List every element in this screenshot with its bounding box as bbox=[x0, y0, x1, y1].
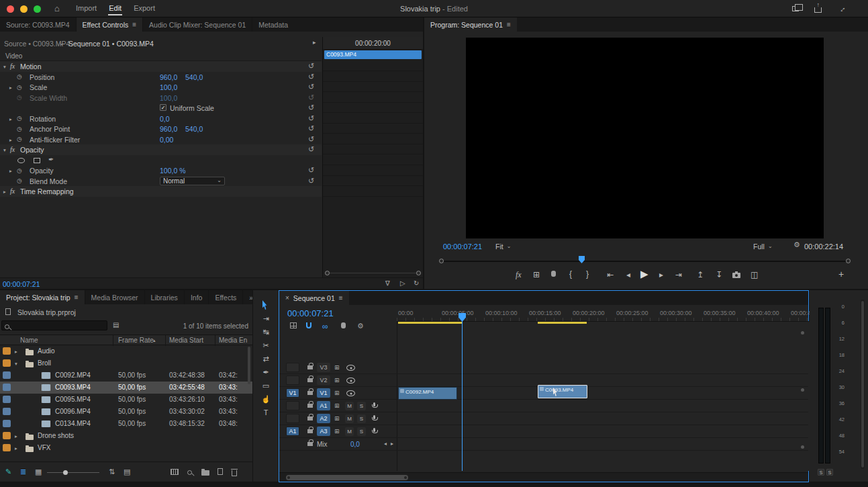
delete-button[interactable] bbox=[232, 468, 237, 478]
track-lane-master[interactable] bbox=[397, 438, 808, 451]
column-media-end[interactable]: Media En bbox=[219, 337, 247, 344]
track-lock-icon[interactable] bbox=[307, 439, 313, 447]
panel-menu-icon[interactable]: ≡ bbox=[75, 294, 79, 301]
rectangle-tool-button[interactable]: ▭ bbox=[253, 379, 279, 392]
filter-properties-icon[interactable]: ∇ bbox=[385, 280, 390, 287]
effect-row-motion[interactable]: ▾ fx Motion ↺ bbox=[0, 61, 322, 72]
proxy-toggle-button[interactable]: ⊞ bbox=[533, 271, 540, 279]
mini-zoom-handle-left[interactable] bbox=[325, 271, 330, 275]
tab-project[interactable]: Project: Slovakia trip≡ bbox=[0, 290, 85, 304]
playhead-line[interactable] bbox=[462, 320, 463, 471]
keyframe-prev-icon[interactable]: ◂ bbox=[384, 441, 387, 447]
list-view-button[interactable]: ≣ bbox=[20, 468, 26, 476]
label-color-chip[interactable] bbox=[3, 420, 11, 427]
twirl-closed-icon[interactable]: ▸ bbox=[3, 189, 6, 195]
reset-parameter-icon[interactable]: ↺ bbox=[308, 166, 314, 175]
track-lane-v1[interactable] bbox=[397, 387, 808, 400]
sync-lock-icon[interactable]: ⊞ bbox=[334, 416, 340, 422]
blend-mode-select[interactable]: Normal ⌄ bbox=[160, 177, 225, 185]
ripple-edit-tool-button[interactable]: ↹ bbox=[253, 325, 279, 339]
ellipse-mask-icon[interactable] bbox=[17, 157, 25, 165]
reset-parameter-icon[interactable]: ↺ bbox=[308, 73, 314, 81]
mini-zoom-handle-right[interactable] bbox=[416, 271, 421, 275]
panel-menu-icon[interactable]: ≡ bbox=[507, 21, 511, 28]
toggle-animation-icon[interactable]: ◷ bbox=[17, 73, 22, 80]
toggle-animation-icon[interactable]: ◷ bbox=[17, 115, 22, 122]
timeline-clip-c0093-dragging[interactable]: C0093.MP4 bbox=[538, 385, 587, 398]
track-lane-v3[interactable] bbox=[397, 361, 808, 374]
slip-tool-button[interactable]: ⇄ bbox=[253, 352, 279, 365]
clip-row-c0134[interactable]: C0134.MP4 50,00 fps 03:48:15:32 03:48: bbox=[0, 418, 252, 430]
panel-menu-icon[interactable]: ≡ bbox=[132, 21, 136, 28]
voice-over-record-icon[interactable] bbox=[372, 415, 377, 423]
clip-row-c0093-selected[interactable]: C0093.MP4 50,00 fps 03:42:55:48 03:43: bbox=[0, 382, 252, 394]
tab-libraries[interactable]: Libraries bbox=[144, 290, 184, 304]
column-media-start[interactable]: Media Start bbox=[169, 337, 203, 344]
twirl-closed-icon[interactable]: ▸ bbox=[15, 433, 17, 439]
tab-audio-clip-mixer[interactable]: Audio Clip Mixer: Sequence 01 bbox=[142, 17, 252, 32]
scrollbar-zoom-handle[interactable] bbox=[286, 475, 408, 480]
chevron-down-icon[interactable]: ⌄ bbox=[59, 40, 64, 46]
mute-button[interactable]: M bbox=[345, 427, 354, 436]
sync-lock-icon[interactable]: ⊞ bbox=[334, 390, 340, 396]
label-color-chip[interactable] bbox=[3, 347, 11, 355]
track-name-a2[interactable]: A2 bbox=[317, 414, 330, 423]
track-lock-icon[interactable] bbox=[307, 388, 313, 396]
mute-button[interactable]: M bbox=[345, 414, 354, 423]
source-patch-a1[interactable]: A1 bbox=[286, 427, 299, 436]
toggle-animation-icon[interactable]: ◷ bbox=[17, 84, 22, 91]
track-lock-icon[interactable] bbox=[307, 363, 313, 371]
bin-row-vfx[interactable]: ▸ VFX bbox=[0, 442, 252, 454]
freeform-view-button[interactable]: ▤ bbox=[124, 468, 130, 476]
toggle-animation-icon[interactable]: ◷ bbox=[17, 167, 22, 174]
mini-timeline-ruler[interactable]: 00:00:20:00 bbox=[323, 37, 423, 50]
close-tab-icon[interactable]: × bbox=[285, 295, 289, 302]
twirl-closed-icon[interactable]: ▸ bbox=[9, 168, 12, 174]
track-lock-icon[interactable] bbox=[307, 427, 313, 435]
rotation-value[interactable]: 0,0 bbox=[160, 115, 170, 123]
tab-source-monitor[interactable]: Source: C0093.MP4 bbox=[0, 17, 76, 32]
zoom-slider-handle[interactable] bbox=[63, 470, 68, 475]
tab-info[interactable]: Info bbox=[184, 290, 209, 304]
source-patch-slot[interactable] bbox=[286, 363, 299, 372]
track-lane-a3[interactable] bbox=[397, 425, 808, 438]
program-playhead[interactable] bbox=[579, 256, 585, 263]
clip-row-c0096[interactable]: C0096.MP4 50,00 fps 03:43:30:02 03:43: bbox=[0, 406, 252, 418]
twirl-closed-icon[interactable]: ▸ bbox=[9, 85, 12, 91]
type-tool-button[interactable]: T bbox=[253, 406, 279, 419]
panel-menu-icon[interactable]: ≡ bbox=[339, 295, 343, 302]
writable-indicator-icon[interactable]: ✎ bbox=[5, 468, 11, 476]
scrollbar-grip[interactable] bbox=[404, 476, 407, 479]
anchor-y-value[interactable]: 540,0 bbox=[185, 125, 203, 133]
sort-ascending-icon[interactable]: ▴ bbox=[153, 338, 156, 343]
effect-row-uniform-scale[interactable]: ✓ Uniform Scale ↺ bbox=[0, 103, 322, 114]
keyframe-next-icon[interactable]: ▸ bbox=[391, 441, 393, 447]
new-bin-button[interactable] bbox=[201, 470, 209, 477]
uniform-scale-checkbox[interactable]: ✓ bbox=[160, 104, 166, 111]
solo-right-button[interactable]: S bbox=[826, 469, 833, 476]
effect-row-opacity-group[interactable]: ▾ fx Opacity ↺ bbox=[0, 144, 322, 155]
effect-row-blend-mode[interactable]: ◷ Blend Mode Normal ⌄ ↺ bbox=[0, 176, 322, 187]
step-forward-button[interactable]: ▸ bbox=[659, 271, 663, 279]
sync-lock-icon[interactable]: ⊞ bbox=[334, 365, 340, 371]
label-color-chip[interactable] bbox=[3, 432, 11, 439]
playback-resolution-select[interactable]: Full ⌄ bbox=[753, 242, 773, 251]
mark-out-button[interactable]: } bbox=[586, 270, 589, 278]
twirl-open-icon[interactable]: ▾ bbox=[15, 361, 17, 367]
toggle-animation-icon[interactable]: ◷ bbox=[17, 126, 22, 132]
effect-row-position[interactable]: ◷ Position 960,0 540,0 ↺ bbox=[0, 72, 322, 83]
track-name-v1[interactable]: V1 bbox=[317, 388, 330, 398]
voice-over-record-icon[interactable] bbox=[372, 402, 377, 410]
add-marker-icon[interactable] bbox=[341, 322, 346, 330]
zoom-slider-track[interactable] bbox=[47, 472, 99, 473]
tab-sequence-01[interactable]: × Sequence 01 ≡ bbox=[279, 291, 349, 305]
tab-effect-controls[interactable]: Effect Controls≡ bbox=[76, 17, 143, 32]
extract-button[interactable]: ↧ bbox=[716, 271, 722, 279]
razor-tool-button[interactable]: ✂ bbox=[253, 339, 279, 352]
mark-in-button[interactable]: { bbox=[569, 270, 572, 278]
linked-selection-icon[interactable]: ∞ bbox=[322, 322, 328, 330]
twirl-closed-icon[interactable]: ▸ bbox=[9, 137, 12, 143]
label-color-chip[interactable] bbox=[3, 359, 11, 367]
new-item-button[interactable] bbox=[218, 468, 223, 476]
tab-program-monitor[interactable]: Program: Sequence 01≡ bbox=[424, 17, 517, 32]
